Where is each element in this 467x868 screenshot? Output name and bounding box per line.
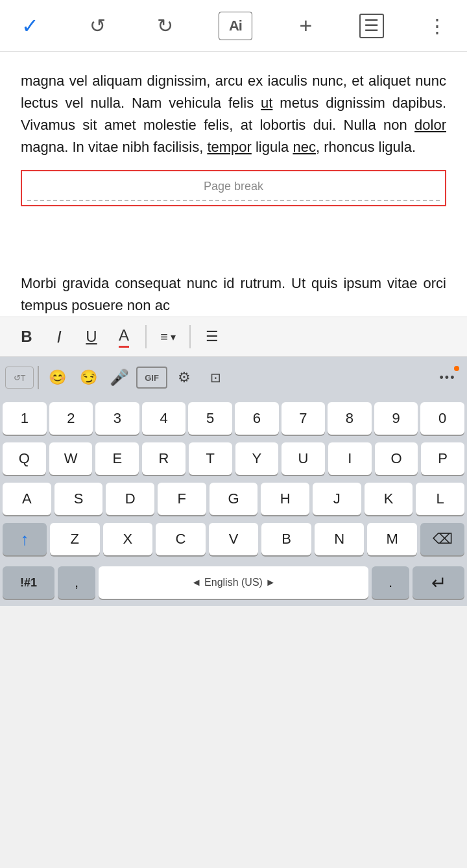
key-i[interactable]: I [328,442,372,475]
key-h[interactable]: H [261,483,309,515]
bottom-row: !#1 , ◄ English (US) ► . ↵ [0,559,467,606]
key-u[interactable]: U [281,442,325,475]
clipboard-icon: ⊡ [210,370,221,385]
paragraph-2: Morbi gravida consequat nunc id rutrum. … [0,272,467,317]
align-chevron: ▾ [171,331,176,343]
add-button[interactable]: + [291,12,320,40]
translate-icon: ↺T [14,373,26,383]
key-8[interactable]: 8 [328,402,372,435]
redo-button[interactable]: ↻ [151,12,180,40]
keyboard-special-row: ↺T 😊 😏 🎤 GIF ⚙ ⊡ ••• [0,357,467,398]
key-y[interactable]: Y [235,442,279,475]
more-options-button[interactable]: ••• [433,363,462,392]
underline-button[interactable]: U [75,322,108,351]
period-key[interactable]: . [372,566,409,599]
shift-key[interactable]: ↑ [3,523,47,555]
settings-button[interactable]: ⚙ [170,363,198,392]
key-2[interactable]: 2 [49,402,93,435]
key-g[interactable]: G [210,483,258,515]
align-icon: ≡ [160,330,168,344]
check-button[interactable]: ✓ [16,12,44,40]
key-j[interactable]: J [313,483,361,515]
key-n[interactable]: N [315,523,365,555]
underlined-nec: nec [293,139,315,155]
a-row: A S D F G H J K L [0,479,467,519]
enter-key[interactable]: ↵ [413,566,464,599]
key-e[interactable]: E [95,442,139,475]
toolbar-divider-2 [189,325,191,348]
comma-key[interactable]: , [58,566,95,599]
page-break-line [27,200,440,201]
symbol-key[interactable]: !#1 [3,566,54,599]
page-break[interactable]: Page break [21,170,446,206]
key-d[interactable]: D [106,483,154,515]
sticker-button[interactable]: 😏 [74,363,102,392]
key-4[interactable]: 4 [142,402,186,435]
underlined-ut: ut [261,95,272,111]
key-0[interactable]: 0 [420,402,464,435]
notification-dot [454,366,459,371]
top-toolbar: ✓ ↺ ↻ Ai + ☰ ⋮ [0,0,467,52]
list-button[interactable]: ☰ [196,322,228,351]
key-r[interactable]: R [142,442,186,475]
special-divider [38,366,39,389]
key-k[interactable]: K [365,483,413,515]
key-m[interactable]: M [367,523,417,555]
key-c[interactable]: C [156,523,206,555]
backspace-key[interactable]: ⌫ [420,523,464,555]
translate-button[interactable]: ↺T [5,367,34,389]
number-row: 1 2 3 4 5 6 7 8 9 0 [0,398,467,439]
key-v[interactable]: V [209,523,259,555]
voice-button[interactable]: 🎤 [105,363,134,392]
toolbar-divider [145,325,147,348]
font-a-label: A [119,326,129,348]
key-x[interactable]: X [103,523,153,555]
key-1[interactable]: 1 [3,402,47,435]
key-q[interactable]: Q [3,442,46,475]
page-break-label: Page break [22,178,445,196]
dots-label: ••• [440,371,456,385]
underlined-tempor: tempor [207,139,251,155]
key-l[interactable]: L [416,483,464,515]
key-p[interactable]: P [421,442,464,475]
align-button[interactable]: ≡ ▾ [152,322,184,351]
more-button[interactable]: ⋮ [423,12,451,40]
key-t[interactable]: T [189,442,232,475]
paragraph-1: magna vel aliquam dignissim, arcu ex iac… [21,70,446,158]
document-text-area[interactable]: magna vel aliquam dignissim, arcu ex iac… [0,52,467,272]
space-key[interactable]: ◄ English (US) ► [99,566,368,599]
key-6[interactable]: 6 [235,402,279,435]
bold-button[interactable]: B [10,322,43,351]
key-z[interactable]: Z [50,523,100,555]
italic-button[interactable]: I [43,322,75,351]
comment-button[interactable]: ☰ [359,14,384,38]
ai-button[interactable]: Ai [219,12,252,40]
underlined-dolor: dolor [414,117,446,133]
undo-button[interactable]: ↺ [83,12,112,40]
key-5[interactable]: 5 [188,402,232,435]
key-s[interactable]: S [54,483,103,515]
emoji-button[interactable]: 😊 [43,363,71,392]
key-o[interactable]: O [375,442,418,475]
gif-button[interactable]: GIF [136,367,167,389]
key-w[interactable]: W [49,442,93,475]
font-color-button[interactable]: A [108,322,140,351]
key-9[interactable]: 9 [374,402,418,435]
shift-arrow-icon: ↑ [20,529,29,549]
format-toolbar: B I U A ≡ ▾ ☰ [0,317,467,357]
key-3[interactable]: 3 [95,402,139,435]
key-7[interactable]: 7 [281,402,326,435]
z-row: ↑ Z X C V B N M ⌫ [0,519,467,559]
key-f[interactable]: F [158,483,206,515]
key-a[interactable]: A [3,483,51,515]
key-b[interactable]: B [261,523,311,555]
q-row: Q W E R T Y U I O P [0,439,467,479]
translate2-button[interactable]: ⊡ [201,363,230,392]
